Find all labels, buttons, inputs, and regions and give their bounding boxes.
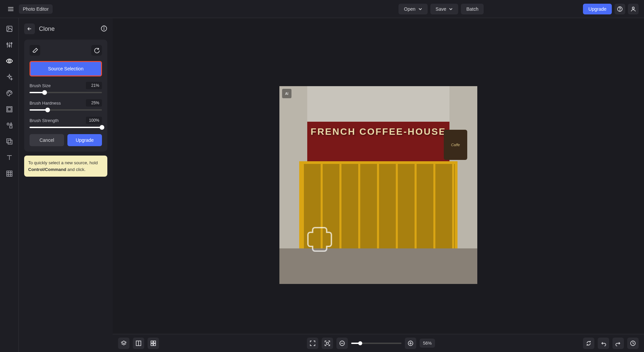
ai-badge[interactable]: AI [282, 89, 291, 98]
back-button[interactable] [24, 23, 35, 34]
eraser-icon [32, 47, 38, 53]
save-button[interactable]: Save [430, 4, 459, 14]
clone-panel: Clone Source Selection Brush Size 21% [19, 18, 113, 352]
svg-rect-43 [326, 342, 328, 344]
tip-bold: Control/Command [28, 167, 66, 172]
open-button[interactable]: Open [398, 4, 427, 14]
tool-adjust[interactable] [5, 41, 13, 49]
brush-hardness-slider: Brush Hardness 25% [30, 99, 102, 111]
grid-button[interactable] [148, 338, 159, 349]
layers-button[interactable] [118, 338, 129, 349]
brush-size-track[interactable] [30, 92, 102, 93]
brush-hardness-track[interactable] [30, 109, 102, 111]
history-icon [630, 340, 636, 346]
app-title: Photo Editor [19, 4, 53, 14]
frame-icon [6, 106, 13, 113]
chevron-down-icon [418, 7, 422, 11]
svg-point-5 [632, 7, 634, 9]
hanging-sign: Caffe [444, 130, 467, 160]
info-button[interactable] [101, 25, 107, 33]
layers-icon [121, 340, 127, 346]
zoom-value[interactable]: 56% [420, 339, 435, 348]
svg-marker-22 [10, 123, 12, 125]
info-icon [101, 25, 107, 32]
tool-text[interactable] [5, 154, 13, 162]
tip-suffix: and click. [66, 167, 86, 172]
slider-thumb[interactable] [100, 125, 104, 130]
zoom-out-icon [339, 340, 345, 346]
tool-artsy[interactable] [5, 89, 13, 97]
svg-rect-24 [8, 140, 12, 144]
svg-point-35 [104, 27, 104, 27]
tool-overlays[interactable] [5, 137, 13, 145]
hamburger-icon [7, 5, 14, 13]
brush-strength-track[interactable] [30, 127, 102, 128]
fullscreen-button[interactable] [307, 338, 318, 349]
brush-strength-value[interactable]: 100% [86, 117, 102, 124]
panel-body: Source Selection Brush Size 21% Brush Ha… [24, 40, 107, 152]
account-button[interactable] [628, 4, 639, 14]
batch-button[interactable]: Batch [461, 4, 484, 14]
history-button[interactable] [627, 338, 639, 349]
zoom-in-icon [408, 340, 414, 346]
watermark [296, 214, 343, 260]
svg-marker-36 [121, 341, 126, 344]
tool-textures[interactable] [5, 170, 13, 178]
eye-icon [6, 57, 13, 65]
slider-thumb[interactable] [42, 90, 47, 95]
tool-image[interactable] [5, 25, 13, 33]
source-selection-button[interactable]: Source Selection [30, 61, 102, 76]
cancel-button[interactable]: Cancel [30, 134, 64, 146]
fit-button[interactable] [322, 338, 333, 349]
grid-ic-small [150, 340, 156, 346]
slider-thumb[interactable] [45, 108, 50, 112]
action-row: Cancel Upgrade [30, 134, 102, 146]
redo-button[interactable] [612, 338, 624, 349]
image-canvas[interactable]: FRENCH COFFEE-HOUSE Caffe AI [279, 86, 477, 284]
tool-effects[interactable] [5, 73, 13, 81]
svg-point-16 [9, 91, 9, 92]
open-label: Open [404, 6, 415, 12]
sync-button[interactable] [583, 338, 594, 349]
svg-rect-39 [151, 341, 153, 343]
tip-box: To quickly select a new source, hold Con… [24, 156, 107, 177]
main-menu-button[interactable] [5, 4, 16, 14]
svg-point-17 [10, 92, 11, 93]
undo-button[interactable] [598, 338, 609, 349]
eraser-button[interactable] [30, 45, 40, 56]
brush-strength-label: Brush Strength [30, 118, 59, 123]
zoom-in-button[interactable] [405, 338, 416, 349]
brush-size-value[interactable]: 21% [86, 82, 102, 89]
palette-icon [6, 90, 13, 97]
shapes-icon [6, 122, 13, 129]
zoom-out-button[interactable] [336, 338, 348, 349]
svg-point-4 [620, 10, 620, 10]
upgrade-button[interactable]: Upgrade [583, 4, 612, 14]
refresh-icon [94, 47, 100, 53]
compare-button[interactable] [133, 338, 144, 349]
text-icon [6, 154, 13, 161]
tool-graphics[interactable] [5, 121, 13, 129]
svg-rect-23 [7, 139, 11, 143]
svg-point-20 [7, 123, 9, 125]
arrow-left-icon [27, 26, 32, 32]
tool-frames[interactable] [5, 105, 13, 113]
panel-header: Clone [24, 23, 107, 34]
plus-watermark-icon [296, 214, 343, 260]
help-button[interactable] [614, 4, 625, 14]
undo-icon [600, 340, 606, 346]
storefront-sign: FRENCH COFFEE-HOUSE [311, 126, 446, 137]
svg-point-7 [8, 27, 9, 28]
zoom-slider-thumb[interactable] [358, 341, 362, 345]
zoom-slider[interactable] [351, 343, 401, 344]
tool-touchup[interactable] [5, 57, 13, 65]
brush-hardness-value[interactable]: 25% [86, 99, 102, 107]
tip-prefix: To quickly select a new source, hold [28, 160, 98, 165]
svg-rect-42 [154, 344, 156, 346]
brush-size-label: Brush Size [30, 83, 51, 88]
panel-title: Clone [39, 25, 97, 33]
redo-icon [615, 340, 621, 346]
svg-rect-40 [154, 341, 156, 343]
reset-button[interactable] [91, 45, 102, 56]
panel-upgrade-button[interactable]: Upgrade [67, 134, 102, 146]
